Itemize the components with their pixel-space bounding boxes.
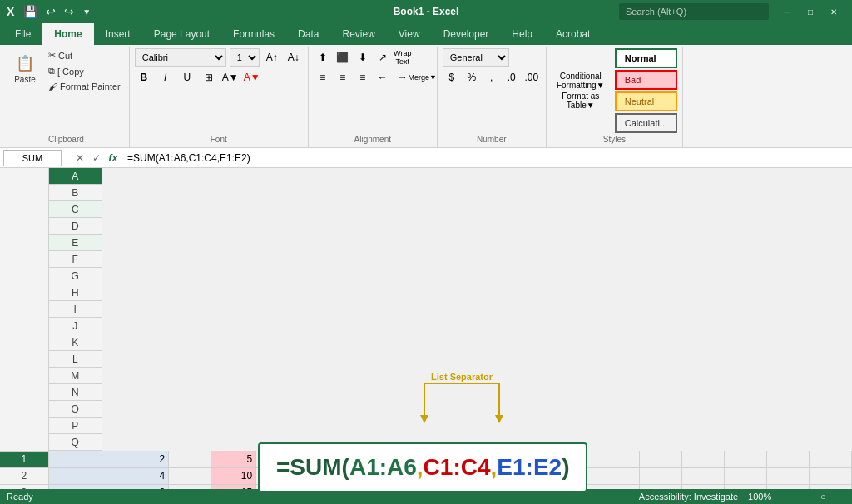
col-header-N[interactable]: N: [49, 384, 102, 401]
cell-B1[interactable]: [169, 451, 211, 467]
cell-M2[interactable]: [640, 467, 682, 484]
col-header-Q[interactable]: Q: [49, 434, 102, 451]
tab-help[interactable]: Help: [500, 23, 544, 45]
comma-button[interactable]: ,: [483, 68, 501, 86]
col-header-K[interactable]: K: [49, 334, 102, 351]
style-normal[interactable]: Normal: [615, 48, 677, 68]
insert-function-button[interactable]: fx: [106, 151, 121, 166]
formula-input[interactable]: [124, 152, 849, 164]
confirm-formula-button[interactable]: ✓: [89, 151, 104, 166]
cell-A1[interactable]: 2: [48, 451, 168, 467]
cell-P2[interactable]: [767, 467, 810, 484]
styles-label: Styles: [603, 133, 626, 146]
tab-file[interactable]: File: [3, 23, 42, 45]
row-header-1[interactable]: 1: [0, 451, 48, 467]
customize-icon[interactable]: ▼: [80, 7, 93, 17]
style-bad[interactable]: Bad: [615, 70, 677, 90]
col-header-M[interactable]: M: [49, 368, 102, 384]
orientation-button[interactable]: ↗: [374, 48, 392, 67]
underline-button[interactable]: U: [178, 68, 196, 86]
col-header-J[interactable]: J: [49, 318, 102, 334]
bold-button[interactable]: B: [135, 68, 153, 86]
redo-icon[interactable]: ↪: [62, 5, 77, 18]
cell-M1[interactable]: [640, 451, 682, 467]
italic-button[interactable]: I: [156, 68, 175, 86]
cell-N1[interactable]: [682, 451, 725, 467]
tab-data[interactable]: Data: [286, 23, 330, 45]
conditional-formatting-button[interactable]: ConditionalFormatting▼: [552, 72, 610, 90]
cell-A2[interactable]: 4: [48, 467, 168, 484]
font-name-select[interactable]: Calibri: [135, 48, 226, 67]
tab-view[interactable]: View: [387, 23, 432, 45]
name-box[interactable]: [3, 150, 62, 166]
col-header-P[interactable]: P: [49, 418, 102, 434]
close-button[interactable]: ✕: [822, 0, 845, 23]
row-header-2[interactable]: 2: [0, 467, 48, 484]
cancel-formula-button[interactable]: ✕: [72, 151, 87, 166]
tab-home[interactable]: Home: [42, 23, 93, 45]
col-header-G[interactable]: G: [49, 268, 102, 284]
col-header-C[interactable]: C: [49, 201, 102, 218]
tab-formulas[interactable]: Formulas: [221, 23, 286, 45]
increase-font-button[interactable]: A↑: [263, 48, 281, 67]
cell-O2[interactable]: [725, 467, 767, 484]
col-header-A[interactable]: A: [49, 168, 102, 185]
align-bottom-button[interactable]: ⬇: [354, 48, 372, 67]
maximize-button[interactable]: □: [799, 0, 822, 23]
increase-decimal-button[interactable]: .00: [523, 68, 541, 86]
decrease-font-button[interactable]: A↓: [285, 48, 303, 67]
col-header-D[interactable]: D: [49, 218, 102, 235]
minimize-button[interactable]: ─: [775, 0, 799, 23]
align-left-button[interactable]: ≡: [314, 68, 332, 86]
percent-button[interactable]: %: [463, 68, 481, 86]
tab-page-layout[interactable]: Page Layout: [142, 23, 221, 45]
merge-center-button[interactable]: Merge▼: [414, 68, 432, 86]
title-bar-right: ─ □ ✕: [619, 0, 845, 23]
tab-review[interactable]: Review: [330, 23, 386, 45]
tab-acrobat[interactable]: Acrobat: [544, 23, 602, 45]
col-header-I[interactable]: I: [49, 301, 102, 318]
col-header-H[interactable]: H: [49, 284, 102, 301]
zoom-slider-icon[interactable]: ──────○───: [781, 492, 845, 502]
number-format-select[interactable]: General: [443, 48, 509, 67]
col-header-F[interactable]: F: [49, 251, 102, 268]
style-calculation[interactable]: Calculati...: [615, 113, 677, 133]
cell-P1[interactable]: [767, 451, 810, 467]
save-icon[interactable]: 💾: [21, 5, 40, 18]
cut-button[interactable]: ✂ Cut: [45, 48, 124, 62]
fill-color-button[interactable]: A▼: [221, 68, 240, 86]
align-top-button[interactable]: ⬆: [314, 48, 332, 67]
decrease-indent-button[interactable]: ←: [374, 68, 392, 86]
tab-developer[interactable]: Developer: [432, 23, 501, 45]
align-center-button[interactable]: ≡: [334, 68, 352, 86]
search-input[interactable]: [619, 3, 769, 20]
format-as-table-button[interactable]: Format asTable▼: [552, 91, 610, 110]
cell-C1[interactable]: 5: [211, 451, 256, 467]
cell-L1[interactable]: [597, 451, 640, 467]
currency-button[interactable]: $: [443, 68, 461, 86]
copy-button[interactable]: ⧉ [ Copy: [45, 64, 124, 78]
format-painter-button[interactable]: 🖌 Format Painter: [45, 80, 124, 93]
font-color-button[interactable]: A▼: [243, 68, 261, 86]
paste-button[interactable]: 📋 Paste: [8, 48, 42, 87]
cell-Q2[interactable]: [809, 467, 851, 484]
col-header-B[interactable]: B: [49, 185, 102, 201]
col-header-O[interactable]: O: [49, 401, 102, 418]
cell-C2[interactable]: 10: [211, 467, 256, 484]
decrease-decimal-button[interactable]: .0: [503, 68, 521, 86]
tab-insert[interactable]: Insert: [94, 23, 142, 45]
cell-Q1[interactable]: [809, 451, 851, 467]
style-neutral[interactable]: Neutral: [615, 91, 677, 111]
wrap-text-button[interactable]: Wrap Text: [394, 48, 412, 67]
cell-L2[interactable]: [597, 467, 640, 484]
undo-icon[interactable]: ↩: [43, 5, 58, 18]
cell-O1[interactable]: [725, 451, 767, 467]
align-right-button[interactable]: ≡: [354, 68, 372, 86]
col-header-E[interactable]: E: [49, 235, 102, 251]
cell-N2[interactable]: [682, 467, 725, 484]
font-size-select[interactable]: 11: [230, 48, 260, 67]
col-header-L[interactable]: L: [49, 351, 102, 368]
border-button[interactable]: ⊞: [200, 68, 218, 86]
cell-B2[interactable]: [169, 467, 211, 484]
align-middle-button[interactable]: ⬛: [334, 48, 352, 67]
